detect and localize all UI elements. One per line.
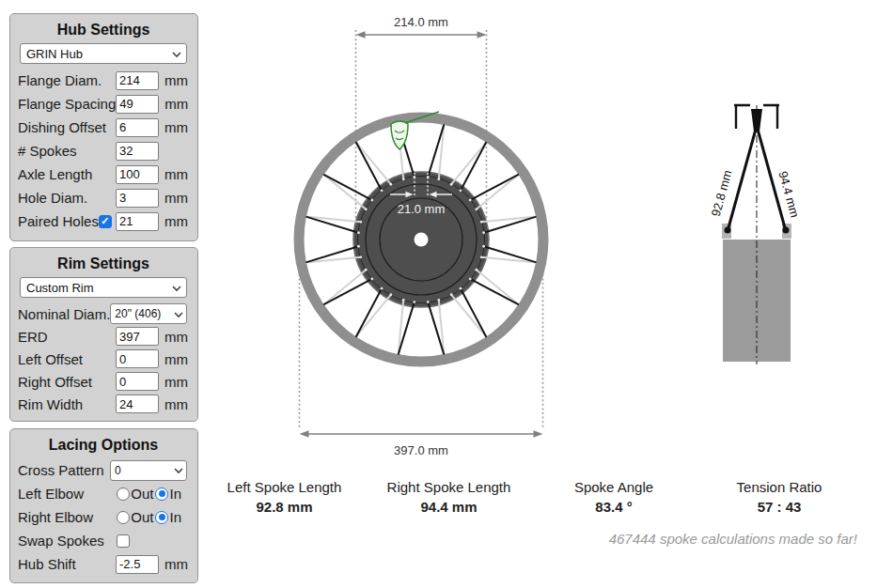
dishing-offset-input[interactable]: [116, 118, 159, 137]
rim-settings-panel: Rim Settings Custom Rim Nominal Diam. 20…: [9, 247, 198, 422]
field-row-nominal-diam: Nominal Diam. 20" (406): [18, 302, 189, 325]
right-elbow-in-radio[interactable]: [155, 511, 168, 524]
hub-spoke-hole: [365, 269, 368, 271]
spoke-count-input[interactable]: [116, 142, 159, 161]
field-row-flange-diam: Flange Diam. mm: [18, 69, 189, 92]
rim-section-left: [734, 105, 750, 129]
right-offset-label: Right Offset: [18, 374, 116, 390]
rim-model-select[interactable]: Custom Rim: [20, 277, 187, 298]
far-side-spoke: [451, 295, 486, 337]
hub-spoke-hole: [370, 278, 373, 281]
hub-spoke-hole: [460, 287, 462, 290]
result-right-spoke-length: Right Spoke Length 94.4 mm: [376, 477, 522, 517]
erd-unit: mm: [164, 329, 189, 345]
hub-shift-unit: mm: [164, 556, 189, 572]
axle-length-input[interactable]: [116, 165, 159, 184]
left-offset-unit: mm: [164, 351, 189, 367]
far-side-spoke: [356, 295, 391, 337]
hub-spoke-hole: [475, 269, 478, 271]
swap-spokes-label: Swap Spokes: [18, 533, 117, 549]
left-elbow-in-label: In: [169, 486, 181, 502]
right-offset-input[interactable]: [116, 372, 159, 391]
rim-width-unit: mm: [164, 396, 189, 412]
field-row-right-offset: Right Offset mm: [18, 370, 189, 393]
cross-pattern-label: Cross Pattern: [18, 462, 110, 478]
far-side-spoke: [451, 142, 486, 184]
near-side-spoke: [323, 279, 372, 304]
field-row-dishing-offset: Dishing Offset mm: [18, 116, 189, 139]
cross-pattern-select[interactable]: 0: [110, 460, 187, 481]
flange-diam-label: Flange Diam.: [18, 72, 116, 88]
far-side-spoke: [323, 175, 366, 209]
hole-diam-input[interactable]: [116, 189, 159, 208]
spoke-calculator-app: Hub Settings GRIN Hub Flange Diam. mm Fl…: [0, 0, 877, 588]
hub-spoke-hole: [357, 245, 360, 248]
nominal-diam-select[interactable]: 20" (406): [110, 303, 187, 324]
right-elbow-label: Right Elbow: [18, 509, 117, 525]
chevron-down-icon: [172, 50, 180, 58]
hub-spoke-hole: [469, 199, 472, 202]
field-row-spoke-count: # Spokes mm: [18, 139, 189, 162]
nominal-diam-select-value: 20" (406): [115, 307, 174, 320]
hub-model-select-value: GRIN Hub: [26, 47, 172, 61]
cross-pattern-select-value: 0: [115, 464, 174, 477]
result-tension-ratio: Tension Ratio 57 : 43: [710, 477, 849, 517]
chevron-down-icon: [174, 466, 182, 474]
flange-spacing-input[interactable]: [116, 95, 159, 114]
erd-dim-label: 397.0 mm: [394, 443, 448, 457]
hub-spoke-hole: [370, 199, 373, 202]
left-spoke-head: [725, 227, 731, 234]
hub-spoke-hole: [359, 221, 362, 224]
rim-width-input[interactable]: [116, 395, 159, 413]
flange-diam-input[interactable]: [116, 71, 159, 90]
hub-spoke-hole: [381, 287, 384, 290]
left-elbow-label: Left Elbow: [18, 486, 117, 502]
arrow-right-icon: [534, 430, 543, 438]
left-elbow-in-radio[interactable]: [155, 487, 168, 501]
hub-model-select[interactable]: GRIN Hub: [20, 43, 187, 64]
nominal-diam-label: Nominal Diam.: [18, 306, 110, 322]
calculation-counter-note: 467444 spoke calculations made so far!: [470, 531, 857, 547]
result-label: Right Spoke Length: [376, 477, 522, 497]
hub-spoke-hole: [427, 301, 430, 303]
hub-spoke-hole: [381, 189, 384, 192]
field-row-paired-holes: Paired Holes ✓ mm: [18, 209, 189, 233]
field-row-hole-diam: Hole Diam. mm: [18, 186, 189, 209]
left-offset-input[interactable]: [116, 349, 159, 368]
field-row-left-elbow: Left Elbow Out In: [18, 482, 189, 505]
paired-holes-input[interactable]: [116, 212, 159, 231]
right-elbow-out-radio[interactable]: [117, 511, 130, 524]
field-row-swap-spokes: Swap Spokes: [18, 529, 189, 552]
spoke-count-label: # Spokes: [18, 143, 116, 159]
flange-spacing-label: Flange Spacing: [18, 96, 116, 112]
hub-side-view-diagram: 92.8 mm 94.4 mm: [696, 101, 818, 369]
near-side-spoke: [356, 142, 382, 191]
hub-spoke-hole: [437, 299, 440, 302]
rim-width-label: Rim Width: [18, 396, 116, 412]
hub-spoke-hole: [482, 245, 485, 248]
near-side-spoke: [323, 175, 372, 200]
erd-input[interactable]: [116, 327, 159, 346]
field-row-right-elbow: Right Elbow Out In: [18, 505, 189, 529]
arrow-right-icon: [478, 31, 487, 39]
field-row-axle-length: Axle Length mm: [18, 162, 189, 186]
left-elbow-out-radio[interactable]: [117, 487, 130, 501]
left-offset-label: Left Offset: [18, 351, 116, 367]
chevron-down-icon: [174, 310, 182, 318]
paired-holes-checkbox[interactable]: ✓: [99, 215, 112, 228]
right-elbow-in-label: In: [169, 509, 181, 525]
hub-shift-input[interactable]: [116, 555, 159, 574]
hub-spoke-hole: [480, 255, 483, 258]
hub-settings-panel: Hub Settings GRIN Hub Flange Diam. mm Fl…: [9, 13, 198, 241]
dishing-offset-label: Dishing Offset: [18, 119, 116, 135]
rim-section-right: [763, 105, 779, 129]
swap-spokes-checkbox[interactable]: [117, 534, 130, 548]
hub-spoke-hole: [475, 208, 478, 210]
hub-spoke-hole: [359, 255, 362, 258]
field-row-left-offset: Left Offset mm: [18, 348, 189, 370]
axle-length-unit: mm: [164, 166, 189, 182]
result-label: Tension Ratio: [710, 477, 849, 497]
dishing-offset-unit: mm: [164, 119, 189, 135]
hub-spoke-hole: [402, 178, 405, 180]
field-row-rim-width: Rim Width mm: [18, 393, 189, 415]
